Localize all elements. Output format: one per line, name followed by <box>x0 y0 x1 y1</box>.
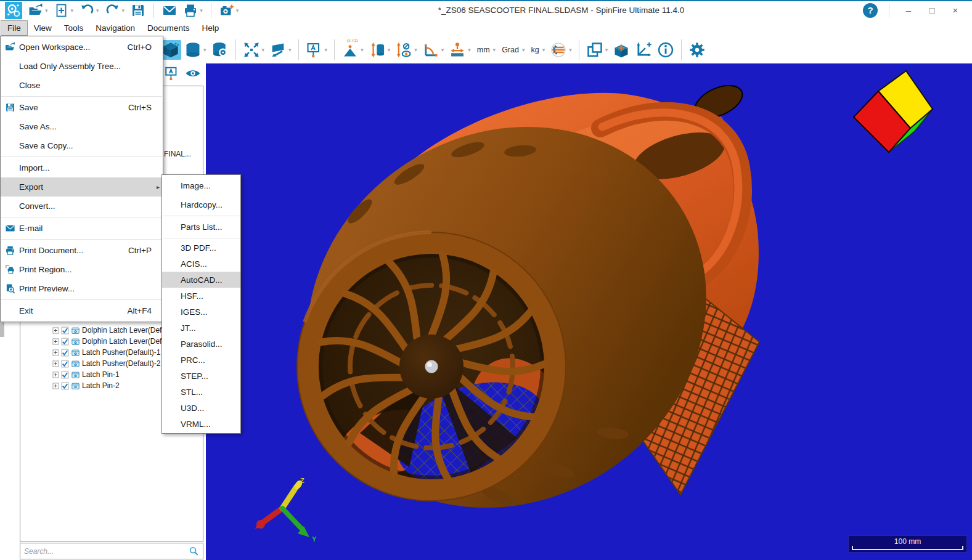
measure-diameter-button[interactable]: ▾ <box>393 40 419 60</box>
tree-item-label: Dolphin Latch Lever(Def <box>82 326 161 335</box>
dropdown-arrow-icon: ▾ <box>236 7 239 14</box>
gear-icon <box>688 41 706 59</box>
menu-item-label: Print Region... <box>19 265 152 274</box>
view-back-button[interactable]: ▾ <box>268 40 293 60</box>
search-icon[interactable] <box>189 546 199 556</box>
export-item-autocad[interactable]: AutoCAD... <box>162 272 240 288</box>
menu-file[interactable]: File <box>1 20 28 36</box>
export-item-u3d[interactable]: U3D... <box>162 400 240 416</box>
visibility-checkbox[interactable] <box>61 382 69 390</box>
unit-mm-dropdown[interactable]: mm▾ <box>474 44 497 55</box>
globe-button[interactable]: ▾ <box>548 40 574 60</box>
file-menu-item-save[interactable]: SaveCtrl+S <box>1 98 163 117</box>
menu-help[interactable]: Help <box>195 20 225 36</box>
export-item-prc[interactable]: PRC... <box>162 352 240 368</box>
gear-button[interactable] <box>687 40 708 60</box>
measure-angle-icon <box>422 41 439 59</box>
export-item-vrml[interactable]: VRML... <box>162 416 240 432</box>
measure-angle-button[interactable]: ▾ <box>420 40 446 60</box>
email-button[interactable] <box>160 2 179 19</box>
fit-button[interactable]: ▾ <box>241 40 267 60</box>
unit-kg-dropdown[interactable]: kg▾ <box>528 44 547 55</box>
expand-toggle-icon[interactable] <box>52 371 59 378</box>
expand-toggle-icon[interactable] <box>52 360 59 367</box>
file-menu-item-print-region[interactable]: Print Region... <box>1 260 163 279</box>
orientation-cube[interactable] <box>854 71 933 152</box>
app-logo-button[interactable] <box>3 1 24 20</box>
cylinder-gear-button[interactable] <box>210 40 231 60</box>
viewports-button[interactable]: ▾ <box>584 40 610 60</box>
viewport-3d[interactable]: Z Y 100 mm <box>206 63 972 560</box>
visibility-checkbox[interactable] <box>61 338 69 346</box>
save-button[interactable] <box>129 2 147 19</box>
print-button[interactable]: ▾ <box>181 2 205 19</box>
export-item-parasolid[interactable]: Parasolid... <box>162 336 240 352</box>
export-item-acis[interactable]: ACIS... <box>162 256 240 272</box>
menu-item-label: U3D... <box>181 404 204 413</box>
minimize-button[interactable]: – <box>898 3 919 18</box>
maximize-button[interactable]: □ <box>921 3 942 18</box>
folder-open-button[interactable]: ▾ <box>27 2 50 19</box>
file-menu-item-print-preview[interactable]: Print Preview... <box>1 279 163 298</box>
axis-plus-button[interactable] <box>633 40 654 60</box>
expand-toggle-icon[interactable] <box>52 383 59 389</box>
file-menu-item-convert[interactable]: Convert... <box>1 197 163 216</box>
view-back-icon <box>269 41 287 59</box>
label-board-button[interactable]: ▾ <box>304 40 330 60</box>
menu-documents[interactable]: Documents <box>141 20 195 36</box>
export-item-iges[interactable]: IGES... <box>162 304 240 320</box>
export-item-parts-list[interactable]: Parts List... <box>162 217 240 237</box>
new-doc-button[interactable]: ▾ <box>52 2 76 19</box>
file-menu-item-save-a-copy[interactable]: Save a Copy... <box>1 136 163 155</box>
undo-button[interactable]: ▾ <box>78 2 101 19</box>
seascooter-model[interactable] <box>234 63 780 560</box>
unit-Grad-dropdown[interactable]: Grad▾ <box>499 44 526 55</box>
menu-item-icon-cell <box>1 42 19 52</box>
menu-tools[interactable]: Tools <box>58 20 90 36</box>
tree-root-node[interactable]: FINAL... <box>164 150 191 158</box>
expand-toggle-icon[interactable] <box>52 338 59 345</box>
camera-button[interactable]: ▾ <box>218 2 241 19</box>
cylinder-button[interactable]: ▾ <box>182 40 208 60</box>
export-item-step[interactable]: STEP... <box>162 368 240 384</box>
file-menu-item-load-only-assembly-tree[interactable]: Load Only Assembly Tree... <box>1 57 163 76</box>
close-button[interactable]: × <box>945 3 966 18</box>
part-icon <box>71 338 80 346</box>
dropdown-arrow-icon: ▾ <box>45 7 48 14</box>
annotation-label-icon[interactable] <box>164 65 180 81</box>
cube-star-button[interactable] <box>611 40 632 60</box>
menu-navigation[interactable]: Navigation <box>89 20 141 36</box>
file-menu-item-print-document[interactable]: Print Document...Ctrl+P <box>1 241 163 260</box>
export-item-image[interactable]: Image... <box>162 176 240 195</box>
redo-button[interactable]: ▾ <box>104 2 127 19</box>
measure-distance-button[interactable]: ▾ <box>447 40 473 60</box>
search-input[interactable] <box>20 547 189 556</box>
dropdown-arrow-icon: ▾ <box>71 7 74 14</box>
expand-toggle-icon[interactable] <box>52 327 59 334</box>
info-button[interactable] <box>655 40 676 60</box>
file-menu-item-open-workspace[interactable]: Open Workspace...Ctrl+O <box>1 38 163 57</box>
visibility-checkbox[interactable] <box>61 371 69 379</box>
cube-button[interactable] <box>160 40 181 60</box>
file-menu-item-close[interactable]: Close <box>1 76 163 95</box>
scale-bar: 100 mm <box>848 535 967 553</box>
help-button[interactable]: ? <box>863 3 878 18</box>
export-item-3d-pdf[interactable]: 3D PDF... <box>162 240 240 256</box>
export-item-hardcopy[interactable]: Hardcopy... <box>162 195 240 214</box>
measure-height-button[interactable]: ▾ <box>367 40 393 60</box>
file-menu-item-export[interactable]: Export▸ <box>1 177 163 197</box>
menu-view[interactable]: View <box>28 20 58 36</box>
export-item-jt[interactable]: JT... <box>162 320 240 336</box>
export-item-hsf[interactable]: HSF... <box>162 288 240 304</box>
visibility-checkbox[interactable] <box>61 349 69 357</box>
visibility-checkbox[interactable] <box>61 327 69 335</box>
export-item-stl[interactable]: STL... <box>162 384 240 400</box>
file-menu-item-e-mail[interactable]: E-mail <box>1 219 163 238</box>
xyz-button[interactable]: (X,Y,Z)▾ <box>340 40 366 60</box>
file-menu-item-import[interactable]: Import... <box>1 158 163 177</box>
file-menu-item-save-as[interactable]: Save As... <box>1 117 163 136</box>
expand-toggle-icon[interactable] <box>52 349 59 356</box>
visibility-eye-icon[interactable] <box>185 65 201 81</box>
visibility-checkbox[interactable] <box>61 360 69 368</box>
file-menu-item-exit[interactable]: ExitAlt+F4 <box>1 301 163 320</box>
